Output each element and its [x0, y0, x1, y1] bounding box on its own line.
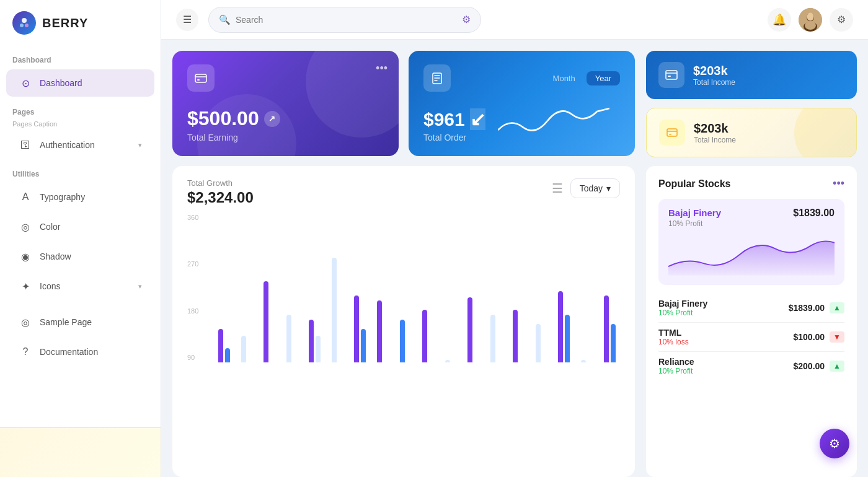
- chevron-down-icon: ▾: [606, 183, 611, 193]
- featured-stock-price: $1839.00: [793, 208, 835, 219]
- sidebar-item-dashboard-label: Dashboard: [40, 78, 82, 88]
- sidebar-item-dashboard[interactable]: ⊙ Dashboard: [6, 69, 154, 97]
- sidebar-item-typography-label: Typography: [40, 192, 85, 202]
- order-card: Month Year $961 ↙ Total Order: [409, 51, 635, 156]
- bar: [513, 310, 518, 362]
- stock-name: Bajaj Finery: [658, 299, 707, 309]
- bar-group: [354, 295, 371, 362]
- bar: [241, 336, 246, 362]
- bar-group: [581, 360, 598, 362]
- stock-sub: 10% Profit: [658, 367, 694, 375]
- tab-year[interactable]: Year: [587, 71, 620, 85]
- user-avatar[interactable]: [799, 8, 822, 32]
- dashboard-section-label: Dashboard: [0, 46, 161, 68]
- fab-button[interactable]: ⚙: [820, 429, 849, 458]
- bar-group: [309, 320, 326, 362]
- svg-rect-8: [195, 74, 206, 82]
- wave-chart: [485, 99, 620, 142]
- stocks-menu-icon[interactable]: •••: [833, 177, 844, 190]
- featured-stock-box: Bajaj Finery 10% Profit $1839.00: [658, 199, 844, 285]
- bar: [400, 320, 405, 362]
- bar-group: [536, 324, 552, 362]
- stock-sub: 10% Profit: [658, 309, 707, 317]
- sidebar-item-authentication[interactable]: ⚿ Authentication ▾: [6, 131, 154, 159]
- header: ☰ 🔍 ⚙ 🔔 ⚙: [161, 0, 868, 40]
- stock-row: Reliance 10% Profit $200.00 ▲: [658, 352, 844, 380]
- sidebar-item-typography[interactable]: A Typography: [6, 183, 154, 211]
- chart-title: Total Growth: [187, 178, 254, 188]
- notification-button[interactable]: 🔔: [768, 8, 791, 32]
- income-blue-texts: $203k Total Income: [693, 64, 735, 87]
- stock-price: $100.00: [794, 332, 825, 342]
- bar: [604, 295, 609, 362]
- chart-section: Total Growth $2,324.00 ☰ Today ▾ 360: [172, 166, 635, 477]
- sidebar-item-documentation[interactable]: ? Documentation: [6, 338, 154, 365]
- sidebar-item-color[interactable]: ◎ Color: [6, 213, 154, 240]
- logo-area: BERRY: [0, 0, 161, 46]
- today-button[interactable]: Today ▾: [570, 178, 620, 198]
- header-settings-button[interactable]: ⚙: [830, 8, 853, 32]
- bar-group: [558, 291, 575, 362]
- bar-group: [513, 310, 529, 362]
- sidebar-item-shadow[interactable]: ◉ Shadow: [6, 243, 154, 270]
- income-card-yellow: $203k Total Income: [646, 108, 857, 157]
- search-bar: 🔍 ⚙: [208, 7, 481, 33]
- top-cards: ••• $500.00 ↗ Total Earning: [172, 51, 635, 156]
- hamburger-button[interactable]: ☰: [176, 9, 198, 31]
- svg-rect-9: [197, 79, 200, 81]
- stock-name: TTML: [658, 328, 689, 338]
- logo-text: BERRY: [42, 16, 88, 30]
- icons-chevron-icon: ▾: [138, 282, 142, 291]
- bar-group: [467, 297, 484, 362]
- svg-point-0: [22, 18, 27, 23]
- search-input[interactable]: [236, 15, 457, 25]
- bar: [354, 295, 359, 362]
- settings-icon: ⚙: [837, 14, 846, 25]
- earning-card-icon: [187, 64, 215, 92]
- sidebar-item-icons-label: Icons: [40, 281, 60, 291]
- order-amount: $961 ↙: [423, 108, 485, 130]
- sidebar-item-sample-page[interactable]: ◎ Sample Page: [6, 309, 154, 336]
- chart-amount: $2,324.00: [187, 189, 254, 206]
- bar: [309, 320, 314, 362]
- stock-price: $200.00: [794, 361, 825, 371]
- bar-group: [286, 315, 303, 362]
- svg-rect-14: [669, 134, 671, 135]
- income-yellow-icon: [659, 120, 685, 146]
- earning-card-menu-icon[interactable]: •••: [376, 62, 388, 75]
- bell-icon: 🔔: [773, 13, 786, 27]
- typography-icon: A: [19, 190, 32, 204]
- bar: [445, 360, 450, 362]
- tab-month[interactable]: Month: [544, 71, 584, 85]
- sidebar-item-shadow-label: Shadow: [40, 252, 71, 261]
- bar-chart: 360 270 180 90: [187, 214, 620, 362]
- y-axis-labels: 360 270 180 90: [187, 214, 198, 362]
- pages-section-label: Pages: [0, 98, 161, 120]
- order-tab-group: Month Year: [544, 71, 620, 85]
- bar-group: [400, 320, 417, 362]
- header-actions: 🔔 ⚙: [768, 8, 853, 32]
- content-right: $203k Total Income $203k Total Income: [646, 51, 857, 477]
- color-icon: ◎: [19, 220, 32, 234]
- income-blue-label: Total Income: [693, 78, 735, 87]
- logo-icon: [12, 11, 36, 35]
- utilities-section-label: Utilities: [0, 160, 161, 182]
- stock-trend-badge: ▲: [830, 361, 844, 372]
- content-area: ••• $500.00 ↗ Total Earning: [161, 40, 868, 477]
- stocks-card: Popular Stocks ••• Bajaj Finery 10% Prof…: [646, 166, 857, 477]
- chart-menu-icon[interactable]: ☰: [552, 181, 563, 196]
- hamburger-icon: ☰: [183, 14, 192, 25]
- filter-icon[interactable]: ⚙: [462, 14, 471, 25]
- bar: [558, 291, 563, 362]
- stock-trend-badge: ▲: [830, 302, 844, 313]
- sidebar-bottom-card: [0, 427, 161, 477]
- stocks-header: Popular Stocks •••: [658, 177, 844, 190]
- stock-info: Reliance 10% Profit: [658, 357, 694, 375]
- bar: [225, 348, 230, 362]
- bar: [316, 336, 321, 362]
- bar: [264, 281, 268, 362]
- earning-label: Total Earning: [187, 133, 384, 142]
- sidebar-item-icons[interactable]: ✦ Icons ▾: [6, 273, 154, 300]
- svg-point-2: [25, 24, 29, 27]
- stocks-title: Popular Stocks: [658, 178, 730, 190]
